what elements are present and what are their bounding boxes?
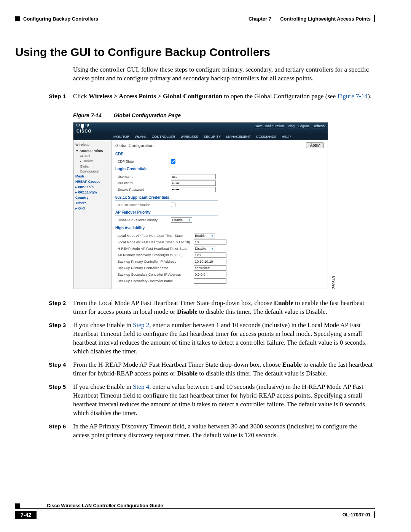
step-label: Step 2 xyxy=(49,299,73,316)
label-password: Password xyxy=(118,181,171,185)
section-title: Using the GUI to Configure Backup Contro… xyxy=(15,46,375,59)
footer-square-icon xyxy=(15,503,20,508)
figure-screenshot: 250649 CISCO Save Configuration Ping Log… xyxy=(73,122,328,289)
figure-caption: Figure 7-14 Global Configuration Page xyxy=(73,112,375,118)
step-3: Step 3 If you chose Enable in Step 2, en… xyxy=(49,321,375,356)
sidebar-qos[interactable]: ▸ QoS xyxy=(75,206,109,211)
left-sidebar: Wireless ▼ Access Points All APs ▸ Radio… xyxy=(73,140,112,289)
figure-link[interactable]: Figure 7-14 xyxy=(337,93,368,100)
nav-help[interactable]: HELP xyxy=(282,135,291,139)
sidebar-timers[interactable]: Timers xyxy=(75,201,109,206)
label-backup-primary-name: Back-up Primary Controller name xyxy=(118,266,194,270)
checkbox-8021x-auth[interactable] xyxy=(171,203,175,207)
step-link[interactable]: Step 2 xyxy=(133,321,149,329)
label-hreap-hb-state: H-REAP Mode AP Fast Heartbeat Timer Stat… xyxy=(118,247,194,251)
link-refresh[interactable]: Refresh xyxy=(312,124,325,128)
input-backup-secondary-ip[interactable] xyxy=(194,272,226,277)
step-6: Step 6 In the AP Primary Discovery Timeo… xyxy=(49,422,375,440)
input-password[interactable] xyxy=(171,181,216,186)
nav-security[interactable]: SECURITY xyxy=(204,135,221,139)
step-label: Step 1 xyxy=(49,92,73,101)
step-4: Step 4 From the H-REAP Mode AP Fast Hear… xyxy=(49,361,375,378)
figure-id-number: 250649 xyxy=(332,276,336,289)
sidebar-radios[interactable]: ▸ Radios xyxy=(80,159,109,164)
header-chapter-title: Controlling Lightweight Access Points xyxy=(280,16,371,22)
section-supplicant: 802.1x Supplicant Credentials xyxy=(115,195,218,201)
page-header: Configuring Backup Controllers Chapter 7… xyxy=(15,11,375,22)
label-backup-secondary-name: Back-up Secondary Controller name xyxy=(118,279,194,283)
footer-bar-icon xyxy=(374,511,375,518)
doc-id: OL-17037-01 xyxy=(342,512,371,518)
input-username[interactable] xyxy=(171,174,216,179)
input-backup-primary-name[interactable] xyxy=(194,265,226,271)
nav-management[interactable]: MANAGEMENT xyxy=(226,135,251,139)
label-failover-priority: Global AP Failover Priority xyxy=(118,218,171,222)
sidebar-global-config[interactable]: Global Configuration xyxy=(80,164,109,174)
select-hreap-hb-state[interactable]: Disable▼ xyxy=(194,246,215,251)
label-local-hb-timeout: Local Mode AP Fast Heartbeat Timeout(1 t… xyxy=(118,240,194,244)
header-bar-icon xyxy=(374,15,375,22)
step-label: Step 3 xyxy=(49,321,73,356)
section-failover: AP Failover Priority xyxy=(115,210,218,216)
label-backup-secondary-ip: Back-up Secondary Controller IP Address xyxy=(118,273,194,276)
input-backup-secondary-name[interactable] xyxy=(194,278,226,284)
top-links: Save Configuration Ping Logout Refresh xyxy=(255,124,325,128)
header-chapter: Chapter 7 xyxy=(249,16,271,22)
main-nav: MONITOR WLANs CONTROLLER WIRELESS SECURI… xyxy=(73,134,328,140)
sidebar-access-points[interactable]: ▼ Access Points xyxy=(75,149,109,154)
label-cdp-state: CDP State xyxy=(118,160,171,163)
step-5: Step 5 If you chose Enable in Step 4, en… xyxy=(49,383,375,418)
sidebar-country[interactable]: Country xyxy=(75,195,109,201)
nav-controller[interactable]: CONTROLLER xyxy=(152,135,175,139)
nav-commands[interactable]: COMMANDS xyxy=(256,135,277,139)
nav-wireless[interactable]: WIRELESS xyxy=(180,135,198,139)
intro-paragraph: Using the controller GUI, follow these s… xyxy=(73,66,375,83)
input-primary-discovery[interactable] xyxy=(194,252,226,258)
header-breadcrumb: Configuring Backup Controllers xyxy=(23,16,98,22)
link-save-config[interactable]: Save Configuration xyxy=(255,124,284,128)
sidebar-80211an[interactable]: ▸ 802.11a/n xyxy=(75,185,109,190)
page-footer: Cisco Wireless LAN Controller Configurat… xyxy=(15,503,375,519)
label-8021x-auth: 802.1x Authentication xyxy=(118,203,171,207)
input-enable-password[interactable] xyxy=(171,187,216,192)
select-failover-priority[interactable]: Enable▼ xyxy=(171,217,192,223)
page-number: 7-42 xyxy=(15,511,37,519)
section-login: Login Credentials xyxy=(115,167,218,172)
sidebar-mesh[interactable]: Mesh xyxy=(75,174,109,179)
step-label: Step 6 xyxy=(49,422,73,440)
panel-title: Global Configuration xyxy=(115,143,153,148)
label-enable-password: Enable Password xyxy=(118,188,171,192)
label-local-hb-state: Local Mode AP Fast Heartbeat Timer State xyxy=(118,234,194,238)
header-square-icon xyxy=(15,16,20,21)
step-label: Step 5 xyxy=(49,383,73,418)
sidebar-title: Wireless xyxy=(75,142,109,148)
label-backup-primary-ip: Back-up Primary Controller IP Address xyxy=(118,260,194,264)
step-label: Step 4 xyxy=(49,361,73,378)
section-cdp: CDP xyxy=(115,152,218,157)
select-local-hb-state[interactable]: Enable▼ xyxy=(194,233,215,238)
nav-monitor[interactable]: MONITOR xyxy=(113,135,129,139)
label-primary-discovery: AP Primary Discovery Timeout(30 to 3600) xyxy=(118,253,194,257)
sidebar-hreap[interactable]: HREAP Groups xyxy=(75,179,109,185)
section-ha: High Availability xyxy=(115,226,218,231)
input-backup-primary-ip[interactable] xyxy=(194,259,226,264)
sidebar-80211bgn[interactable]: ▸ 802.11b/g/n xyxy=(75,190,109,195)
link-ping[interactable]: Ping xyxy=(288,124,295,128)
nav-wlans[interactable]: WLANs xyxy=(135,135,147,139)
step-link[interactable]: Step 4 xyxy=(133,383,149,390)
input-local-hb-timeout[interactable] xyxy=(194,240,226,245)
label-username: Username xyxy=(118,175,171,179)
checkbox-cdp-state[interactable] xyxy=(171,159,175,164)
link-logout[interactable]: Logout xyxy=(298,124,309,128)
sidebar-all-aps[interactable]: All APs xyxy=(80,154,109,159)
cisco-logo: CISCO xyxy=(76,124,92,134)
main-panel: Global Configuration Apply CDP CDP State… xyxy=(112,140,328,289)
step-2: Step 2 From the Local Mode AP Fast Heart… xyxy=(49,299,375,316)
step-1: Step 1 Click Wireless > Access Points > … xyxy=(49,92,375,101)
apply-button[interactable]: Apply xyxy=(306,142,324,148)
footer-guide-title: Cisco Wireless LAN Controller Configurat… xyxy=(47,503,163,508)
